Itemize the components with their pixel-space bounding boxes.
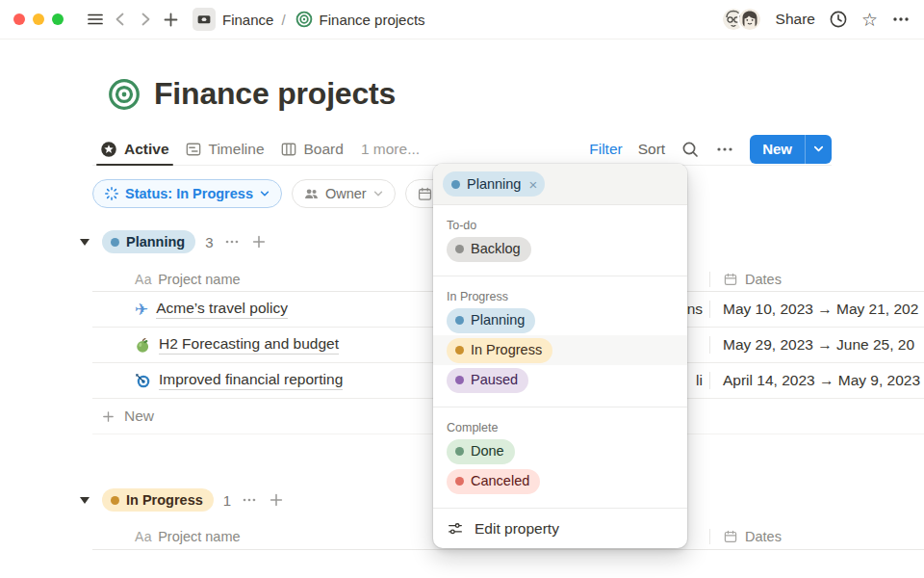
group-status-label: Planning [126,235,185,250]
status-filter-dropdown: Planning × To-do Backlog In Progress Pla… [433,164,687,548]
status-option-planning[interactable]: Planning [433,305,687,335]
edit-property-label: Edit property [475,520,559,538]
status-option-canceled[interactable]: Canceled [433,466,687,496]
chevron-down-icon [372,188,384,199]
project-name-cell[interactable]: ✈ Acme’s travel policy [92,300,424,319]
group-more-ellipsis-icon[interactable] [223,233,241,250]
selected-status-label: Planning [467,176,521,192]
plus-icon [162,11,180,29]
window-controls [13,13,64,25]
group-add-plus-icon[interactable] [268,491,285,509]
tab-label: Timeline [209,141,265,158]
remove-chip-icon[interactable]: × [528,176,537,193]
close-button[interactable] [13,13,25,25]
dropdown-group-complete: Complete Done Canceled [433,407,687,509]
group-status-pill[interactable]: In Progress [102,488,214,512]
status-dot [111,496,119,505]
nav-back-button[interactable] [108,7,133,32]
breadcrumb-separator: / [281,12,285,28]
status-dot [455,376,464,384]
tab-timeline[interactable]: Timeline [177,133,272,165]
favorite-star-icon[interactable]: ☆ [861,11,878,29]
people-icon [303,186,320,202]
page-target-icon[interactable] [108,78,141,111]
tab-board[interactable]: Board [272,133,351,165]
column-header-dates[interactable]: Dates [709,272,924,287]
project-title: Improved financial reporting [159,371,343,390]
board-icon [280,141,297,158]
tab-label: 1 more... [361,141,420,158]
status-option-done[interactable]: Done [433,436,687,466]
dates-cell[interactable]: May 29, 2023 → June 25, 20 [709,336,924,354]
option-label: In Progress [471,343,542,357]
column-header-project-name[interactable]: Aa Project name [92,272,424,287]
project-title: H2 Forecasting and budget [159,335,339,355]
status-filter-chip[interactable]: Status: In Progress [92,179,282,208]
project-name-cell[interactable]: H2 Forecasting and budget [92,335,424,355]
tab-active[interactable]: Active [92,133,177,165]
tab-label: Board [304,141,344,158]
new-button[interactable]: New [750,135,832,164]
column-header-project-name[interactable]: Aa Project name [92,529,424,544]
group-collapse-triangle-icon[interactable] [80,239,90,246]
column-header-dates[interactable]: Dates [709,529,924,544]
status-option-backlog[interactable]: Backlog [433,234,687,264]
view-options-ellipsis-icon[interactable] [715,140,734,159]
plus-icon [100,408,116,425]
group-count: 3 [205,234,213,250]
column-label: Dates [745,529,782,544]
tab-more-views[interactable]: 1 more... [351,133,427,165]
group-status-pill[interactable]: Planning [102,230,195,253]
page-title[interactable]: Finance projects [154,76,396,112]
dates-cell[interactable]: April 14, 2023 → May 9, 2023 [709,372,924,389]
zoom-button[interactable] [52,13,64,25]
status-option-paused[interactable]: Paused [433,365,687,395]
group-collapse-triangle-icon[interactable] [80,497,90,504]
status-option-in-progress[interactable]: In Progress [433,335,687,365]
status-dot [111,238,119,247]
calendar-icon [723,529,738,544]
selected-status-chip[interactable]: Planning × [443,171,545,197]
nav-forward-button[interactable] [133,7,158,32]
owner-filter-label: Owner [325,186,367,201]
text-type-icon: Aa [135,529,152,544]
dropdown-group-in-progress: In Progress Planning In Progress Paused [433,276,687,407]
breadcrumb-section[interactable]: Finance [222,12,273,28]
search-icon[interactable] [680,140,700,159]
share-button[interactable]: Share [776,11,815,28]
updates-clock-icon[interactable] [829,10,848,29]
sidebar-toggle-button[interactable] [83,7,108,32]
new-dropdown-button[interactable] [805,135,832,164]
breadcrumb-page[interactable]: Finance projects [320,12,425,28]
calendar-icon [417,186,433,202]
more-options-icon[interactable] [891,10,911,29]
new-page-button[interactable] [158,7,183,32]
chevron-down-icon [259,188,270,199]
chevron-down-icon [812,143,825,155]
calendar-icon [723,272,738,287]
minimize-button[interactable] [33,13,44,25]
breadcrumb: Finance / Finance projects [192,8,425,31]
filter-button[interactable]: Filter [589,141,622,158]
collaborator-avatars[interactable] [721,7,762,32]
tab-label: Active [124,141,169,158]
target-page-icon-small [295,11,313,28]
window-topbar: Finance / Finance projects Share ☆ [0,0,924,39]
status-dot [455,316,464,325]
option-label: Planning [471,313,525,328]
status-dot [455,346,464,355]
project-title: Acme’s travel policy [156,300,288,319]
hamburger-icon [86,10,105,29]
owner-filter-chip[interactable]: Owner [292,179,396,208]
dates-cell[interactable]: May 10, 2023 → May 21, 202 [709,301,924,318]
sort-button[interactable]: Sort [638,141,665,158]
status-dot [455,245,464,253]
column-label: Dates [745,272,782,287]
edit-property-button[interactable]: Edit property [433,509,687,548]
group-add-plus-icon[interactable] [250,233,268,250]
project-name-cell[interactable]: Improved financial reporting [92,371,424,390]
group-more-ellipsis-icon[interactable] [241,491,258,509]
new-button-label: New [750,135,805,164]
dropdown-selected-area: Planning × [433,164,687,205]
airplane-icon: ✈ [135,302,148,318]
